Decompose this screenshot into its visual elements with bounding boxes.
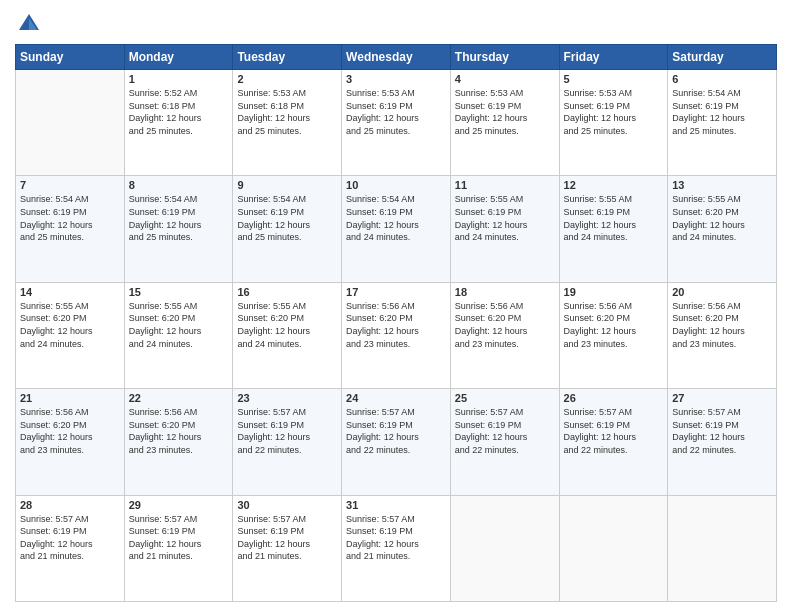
day-number: 10 xyxy=(346,179,446,191)
day-number: 8 xyxy=(129,179,229,191)
calendar-cell xyxy=(16,70,125,176)
calendar-week-row: 7Sunrise: 5:54 AM Sunset: 6:19 PM Daylig… xyxy=(16,176,777,282)
calendar-cell: 18Sunrise: 5:56 AM Sunset: 6:20 PM Dayli… xyxy=(450,282,559,388)
day-info: Sunrise: 5:56 AM Sunset: 6:20 PM Dayligh… xyxy=(20,406,120,456)
weekday-header-tuesday: Tuesday xyxy=(233,45,342,70)
calendar-cell: 25Sunrise: 5:57 AM Sunset: 6:19 PM Dayli… xyxy=(450,389,559,495)
day-number: 17 xyxy=(346,286,446,298)
day-number: 4 xyxy=(455,73,555,85)
header xyxy=(15,10,777,38)
calendar-cell: 29Sunrise: 5:57 AM Sunset: 6:19 PM Dayli… xyxy=(124,495,233,601)
day-number: 21 xyxy=(20,392,120,404)
weekday-header-row: SundayMondayTuesdayWednesdayThursdayFrid… xyxy=(16,45,777,70)
day-info: Sunrise: 5:57 AM Sunset: 6:19 PM Dayligh… xyxy=(129,513,229,563)
calendar-cell: 5Sunrise: 5:53 AM Sunset: 6:19 PM Daylig… xyxy=(559,70,668,176)
calendar-cell: 2Sunrise: 5:53 AM Sunset: 6:18 PM Daylig… xyxy=(233,70,342,176)
day-number: 31 xyxy=(346,499,446,511)
calendar-cell: 17Sunrise: 5:56 AM Sunset: 6:20 PM Dayli… xyxy=(342,282,451,388)
calendar-cell: 11Sunrise: 5:55 AM Sunset: 6:19 PM Dayli… xyxy=(450,176,559,282)
day-info: Sunrise: 5:57 AM Sunset: 6:19 PM Dayligh… xyxy=(672,406,772,456)
calendar-table: SundayMondayTuesdayWednesdayThursdayFrid… xyxy=(15,44,777,602)
day-number: 1 xyxy=(129,73,229,85)
day-number: 23 xyxy=(237,392,337,404)
day-info: Sunrise: 5:55 AM Sunset: 6:20 PM Dayligh… xyxy=(672,193,772,243)
day-number: 19 xyxy=(564,286,664,298)
calendar-cell: 12Sunrise: 5:55 AM Sunset: 6:19 PM Dayli… xyxy=(559,176,668,282)
day-info: Sunrise: 5:56 AM Sunset: 6:20 PM Dayligh… xyxy=(129,406,229,456)
day-number: 27 xyxy=(672,392,772,404)
day-info: Sunrise: 5:57 AM Sunset: 6:19 PM Dayligh… xyxy=(346,406,446,456)
calendar-cell: 8Sunrise: 5:54 AM Sunset: 6:19 PM Daylig… xyxy=(124,176,233,282)
day-number: 16 xyxy=(237,286,337,298)
calendar-cell: 6Sunrise: 5:54 AM Sunset: 6:19 PM Daylig… xyxy=(668,70,777,176)
calendar-cell xyxy=(450,495,559,601)
weekday-header-friday: Friday xyxy=(559,45,668,70)
calendar-week-row: 14Sunrise: 5:55 AM Sunset: 6:20 PM Dayli… xyxy=(16,282,777,388)
calendar-week-row: 28Sunrise: 5:57 AM Sunset: 6:19 PM Dayli… xyxy=(16,495,777,601)
day-info: Sunrise: 5:53 AM Sunset: 6:18 PM Dayligh… xyxy=(237,87,337,137)
day-info: Sunrise: 5:54 AM Sunset: 6:19 PM Dayligh… xyxy=(129,193,229,243)
calendar-cell xyxy=(559,495,668,601)
calendar-cell: 19Sunrise: 5:56 AM Sunset: 6:20 PM Dayli… xyxy=(559,282,668,388)
day-info: Sunrise: 5:55 AM Sunset: 6:19 PM Dayligh… xyxy=(564,193,664,243)
page: SundayMondayTuesdayWednesdayThursdayFrid… xyxy=(0,0,792,612)
calendar-cell: 22Sunrise: 5:56 AM Sunset: 6:20 PM Dayli… xyxy=(124,389,233,495)
day-info: Sunrise: 5:57 AM Sunset: 6:19 PM Dayligh… xyxy=(20,513,120,563)
day-number: 29 xyxy=(129,499,229,511)
day-number: 25 xyxy=(455,392,555,404)
day-info: Sunrise: 5:55 AM Sunset: 6:20 PM Dayligh… xyxy=(129,300,229,350)
day-info: Sunrise: 5:54 AM Sunset: 6:19 PM Dayligh… xyxy=(237,193,337,243)
calendar-cell: 30Sunrise: 5:57 AM Sunset: 6:19 PM Dayli… xyxy=(233,495,342,601)
day-info: Sunrise: 5:54 AM Sunset: 6:19 PM Dayligh… xyxy=(346,193,446,243)
day-info: Sunrise: 5:56 AM Sunset: 6:20 PM Dayligh… xyxy=(346,300,446,350)
weekday-header-wednesday: Wednesday xyxy=(342,45,451,70)
weekday-header-monday: Monday xyxy=(124,45,233,70)
day-number: 24 xyxy=(346,392,446,404)
day-number: 26 xyxy=(564,392,664,404)
calendar-cell: 15Sunrise: 5:55 AM Sunset: 6:20 PM Dayli… xyxy=(124,282,233,388)
day-info: Sunrise: 5:57 AM Sunset: 6:19 PM Dayligh… xyxy=(346,513,446,563)
calendar-cell: 9Sunrise: 5:54 AM Sunset: 6:19 PM Daylig… xyxy=(233,176,342,282)
day-info: Sunrise: 5:54 AM Sunset: 6:19 PM Dayligh… xyxy=(672,87,772,137)
day-info: Sunrise: 5:57 AM Sunset: 6:19 PM Dayligh… xyxy=(237,513,337,563)
calendar-week-row: 21Sunrise: 5:56 AM Sunset: 6:20 PM Dayli… xyxy=(16,389,777,495)
calendar-cell: 31Sunrise: 5:57 AM Sunset: 6:19 PM Dayli… xyxy=(342,495,451,601)
calendar-cell: 23Sunrise: 5:57 AM Sunset: 6:19 PM Dayli… xyxy=(233,389,342,495)
day-number: 28 xyxy=(20,499,120,511)
day-info: Sunrise: 5:56 AM Sunset: 6:20 PM Dayligh… xyxy=(564,300,664,350)
day-number: 12 xyxy=(564,179,664,191)
day-number: 18 xyxy=(455,286,555,298)
calendar-cell: 24Sunrise: 5:57 AM Sunset: 6:19 PM Dayli… xyxy=(342,389,451,495)
day-info: Sunrise: 5:56 AM Sunset: 6:20 PM Dayligh… xyxy=(672,300,772,350)
calendar-cell: 26Sunrise: 5:57 AM Sunset: 6:19 PM Dayli… xyxy=(559,389,668,495)
day-info: Sunrise: 5:55 AM Sunset: 6:19 PM Dayligh… xyxy=(455,193,555,243)
weekday-header-thursday: Thursday xyxy=(450,45,559,70)
day-info: Sunrise: 5:55 AM Sunset: 6:20 PM Dayligh… xyxy=(20,300,120,350)
logo-icon xyxy=(15,10,43,38)
day-number: 11 xyxy=(455,179,555,191)
day-info: Sunrise: 5:57 AM Sunset: 6:19 PM Dayligh… xyxy=(237,406,337,456)
calendar-week-row: 1Sunrise: 5:52 AM Sunset: 6:18 PM Daylig… xyxy=(16,70,777,176)
calendar-cell: 4Sunrise: 5:53 AM Sunset: 6:19 PM Daylig… xyxy=(450,70,559,176)
weekday-header-sunday: Sunday xyxy=(16,45,125,70)
calendar-cell: 14Sunrise: 5:55 AM Sunset: 6:20 PM Dayli… xyxy=(16,282,125,388)
day-number: 30 xyxy=(237,499,337,511)
day-info: Sunrise: 5:56 AM Sunset: 6:20 PM Dayligh… xyxy=(455,300,555,350)
day-info: Sunrise: 5:53 AM Sunset: 6:19 PM Dayligh… xyxy=(455,87,555,137)
calendar-cell: 16Sunrise: 5:55 AM Sunset: 6:20 PM Dayli… xyxy=(233,282,342,388)
day-number: 7 xyxy=(20,179,120,191)
calendar-cell: 20Sunrise: 5:56 AM Sunset: 6:20 PM Dayli… xyxy=(668,282,777,388)
calendar-cell: 13Sunrise: 5:55 AM Sunset: 6:20 PM Dayli… xyxy=(668,176,777,282)
calendar-cell: 1Sunrise: 5:52 AM Sunset: 6:18 PM Daylig… xyxy=(124,70,233,176)
day-number: 9 xyxy=(237,179,337,191)
day-info: Sunrise: 5:57 AM Sunset: 6:19 PM Dayligh… xyxy=(564,406,664,456)
day-info: Sunrise: 5:53 AM Sunset: 6:19 PM Dayligh… xyxy=(346,87,446,137)
calendar-cell xyxy=(668,495,777,601)
calendar-cell: 28Sunrise: 5:57 AM Sunset: 6:19 PM Dayli… xyxy=(16,495,125,601)
day-info: Sunrise: 5:54 AM Sunset: 6:19 PM Dayligh… xyxy=(20,193,120,243)
day-number: 15 xyxy=(129,286,229,298)
calendar-cell: 10Sunrise: 5:54 AM Sunset: 6:19 PM Dayli… xyxy=(342,176,451,282)
logo xyxy=(15,10,47,38)
day-number: 5 xyxy=(564,73,664,85)
day-info: Sunrise: 5:53 AM Sunset: 6:19 PM Dayligh… xyxy=(564,87,664,137)
